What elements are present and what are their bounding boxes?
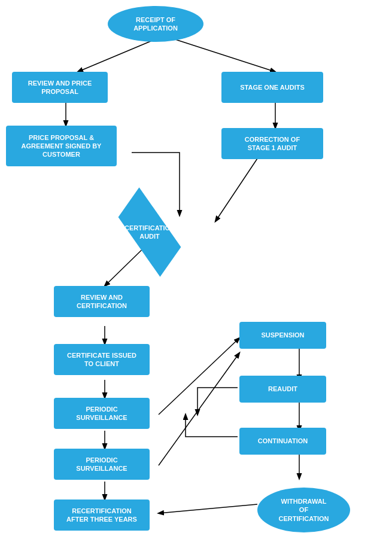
review-cert-node: REVIEW ANDCERTIFICATION — [54, 286, 150, 317]
withdrawal-node: WITHDRAWALOFCERTIFICATION — [257, 488, 350, 532]
svg-line-1 — [78, 39, 156, 72]
correction-node: CORRECTION OFSTAGE 1 AUDIT — [221, 128, 323, 159]
review-price-node: REVIEW AND PRICEPROPOSAL — [12, 72, 108, 103]
reaudit-node: REAUDIT — [239, 376, 326, 403]
periodic2-node: PERIODICSURVEILLANCE — [54, 449, 150, 480]
svg-line-2 — [174, 39, 275, 72]
svg-line-12 — [159, 353, 239, 465]
suspension-node: SUSPENSION — [239, 322, 326, 349]
recert-node: RECERTIFICATIONAFTER THREE YEARS — [54, 500, 150, 531]
cert-audit-node: CERTIFICATIONAUDIT — [102, 208, 197, 256]
stage-one-node: STAGE ONE AUDITS — [221, 72, 323, 103]
receipt-node: RECEIPT OFAPPLICATION — [108, 6, 203, 42]
continuation-node: CONTINUATION — [239, 428, 326, 455]
periodic1-node: PERIODICSURVEILLANCE — [54, 398, 150, 429]
flowchart: RECEIPT OFAPPLICATION REVIEW AND PRICEPR… — [0, 0, 392, 533]
svg-line-5 — [215, 159, 257, 221]
cert-issued-node: CERTIFICATE ISSUEDTO CLIENT — [54, 344, 150, 375]
price-proposal-node: PRICE PROPOSAL &AGREEMENT SIGNED BYCUSTO… — [6, 126, 117, 166]
svg-line-11 — [159, 338, 239, 415]
